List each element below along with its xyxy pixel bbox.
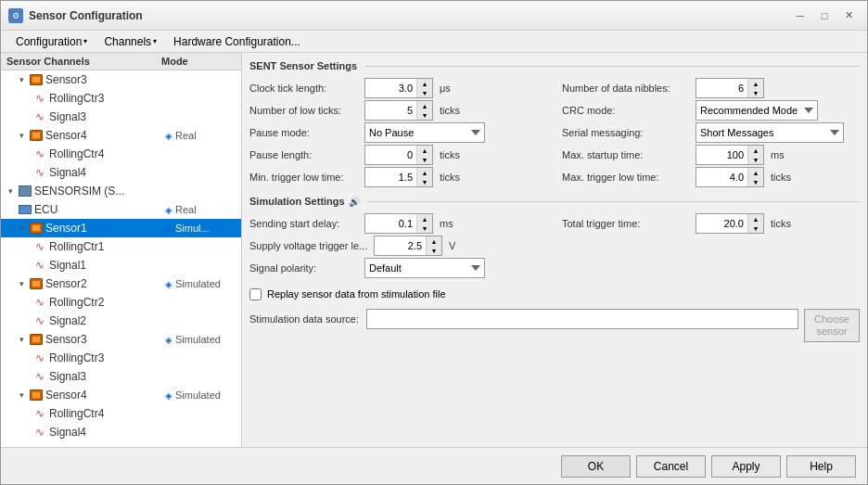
mode-col: ◈ Simulated — [165, 278, 239, 289]
sending-delay-input[interactable] — [365, 214, 416, 233]
data-nibbles-up[interactable]: ▲ — [748, 79, 763, 88]
supply-voltage-spin: ▲ ▼ — [426, 236, 441, 255]
crc-mode-label: CRC mode: — [562, 105, 692, 116]
sensor-icon — [29, 129, 44, 142]
pause-mode-select[interactable]: No Pause Fixed Pause Variable Pause — [364, 122, 485, 143]
clock-tick-unit: μs — [440, 83, 458, 94]
cancel-button[interactable]: Cancel — [636, 455, 706, 478]
sending-delay-up[interactable]: ▲ — [417, 214, 432, 223]
supply-voltage-up[interactable]: ▲ — [427, 236, 441, 246]
stim-source-input[interactable] — [366, 309, 798, 329]
tree-item-rollingctr4-1[interactable]: ∿ RollingCtr4 — [1, 145, 241, 163]
simulation-settings-form: Sending start delay: ▲ ▼ ms — [249, 212, 860, 279]
menu-configuration[interactable]: Configuration ▾ — [8, 33, 95, 50]
total-trigger-input[interactable] — [696, 214, 747, 233]
tree-item-sensor3-1[interactable]: ▾ Sensor3 — [1, 70, 241, 89]
right-panel: SENT Sensor Settings Clock tick length: … — [242, 53, 867, 447]
tree-item-sensor3-2[interactable]: ▾ Sensor3 ◈ Simulated — [1, 330, 241, 349]
min-trigger-unit: ticks — [440, 172, 460, 183]
choose-sensor-button: Choose sensor — [804, 309, 860, 342]
apply-button[interactable]: Apply — [711, 455, 781, 478]
tree-item-rollingctr3-1[interactable]: ∿ RollingCtr3 — [1, 89, 241, 108]
tree-item-signal3-2[interactable]: ∿ Signal3 — [1, 367, 241, 386]
supply-voltage-down[interactable]: ▼ — [427, 246, 441, 255]
clock-tick-down[interactable]: ▼ — [417, 88, 432, 97]
tree-item-sensor1[interactable]: ▾ Sensor1 ◈ Simul... — [1, 219, 241, 237]
tree-item-signal3-1[interactable]: ∿ Signal3 — [1, 108, 241, 126]
tree-item-signal1[interactable]: ∿ Signal1 — [1, 256, 241, 274]
max-startup-up[interactable]: ▲ — [748, 146, 763, 155]
max-startup-down[interactable]: ▼ — [748, 155, 763, 164]
expand-icon: ▾ — [5, 185, 16, 197]
tree-label: SENSORSIM (S... — [34, 185, 165, 198]
tree-item-sensor4-2[interactable]: ▾ Sensor4 ◈ Simulated — [1, 386, 241, 404]
max-trigger-spin: ▲ ▼ — [747, 168, 763, 186]
close-button[interactable]: ✕ — [837, 6, 860, 26]
total-trigger-up[interactable]: ▲ — [748, 214, 763, 223]
help-button[interactable]: Help — [786, 455, 856, 478]
data-nibbles-spin: ▲ ▼ — [747, 79, 763, 97]
sending-delay-down[interactable]: ▼ — [417, 223, 432, 233]
menu-channels[interactable]: Channels ▾ — [96, 33, 164, 50]
max-startup-label: Max. startup time: — [562, 149, 692, 160]
tree-label: Sensor2 — [45, 277, 165, 290]
max-trigger-input[interactable] — [696, 168, 747, 186]
replay-label[interactable]: Replay sensor data from stimulation file — [267, 288, 446, 300]
pause-length-up[interactable]: ▲ — [417, 146, 432, 155]
menu-hardware-configuration[interactable]: Hardware Configuration... — [166, 33, 308, 50]
minimize-button[interactable]: ─ — [789, 6, 811, 26]
data-nibbles-input[interactable] — [696, 79, 747, 97]
serial-messaging-select[interactable]: Short Messages Enhanced Serial Messages — [696, 122, 844, 143]
pause-length-input[interactable] — [365, 146, 416, 164]
tree-item-signal4-2[interactable]: ∿ Signal4 — [1, 423, 241, 441]
supply-voltage-input[interactable] — [375, 236, 426, 255]
chevron-down-icon: ▾ — [153, 37, 157, 45]
sent-settings-section: SENT Sensor Settings Clock tick length: … — [249, 60, 860, 188]
tree-item-rollingctr1[interactable]: ∿ RollingCtr1 — [1, 237, 241, 256]
max-trigger-up[interactable]: ▲ — [748, 168, 763, 177]
tree-item-sensor4-1[interactable]: ▾ Sensor4 ◈ Real — [1, 126, 241, 145]
min-trigger-down[interactable]: ▼ — [417, 177, 432, 186]
max-trigger-label: Max. trigger low time: — [562, 172, 692, 183]
mode-col: ◈ Simulated — [165, 334, 239, 345]
tree-item-signal4-1[interactable]: ∿ Signal4 — [1, 163, 241, 182]
pause-length-spin: ▲ ▼ — [416, 146, 432, 164]
ok-button[interactable]: OK — [561, 455, 631, 478]
window-title: Sensor Configuration — [29, 9, 143, 22]
tree-item-sensor2[interactable]: ▾ Sensor2 ◈ Simulated — [1, 274, 241, 293]
pause-length-down[interactable]: ▼ — [417, 155, 432, 164]
simulation-settings-header: Simulation Settings 🔊 — [249, 196, 860, 207]
sent-left-col: Clock tick length: ▲ ▼ μs — [249, 77, 547, 188]
tree-item-signal2[interactable]: ∿ Signal2 — [1, 312, 241, 330]
min-trigger-input[interactable] — [365, 168, 416, 186]
tree-item-rollingctr4-2[interactable]: ∿ RollingCtr4 — [1, 404, 241, 423]
low-ticks-input[interactable] — [365, 101, 416, 120]
min-trigger-up[interactable]: ▲ — [417, 168, 432, 177]
clock-tick-up[interactable]: ▲ — [417, 79, 432, 88]
sidebar-col-mode: Mode — [161, 56, 236, 67]
sent-settings-header: SENT Sensor Settings — [249, 60, 860, 71]
max-trigger-row: Max. trigger low time: ▲ ▼ ticks — [562, 166, 860, 188]
expand-icon: ▾ — [16, 389, 27, 401]
crc-mode-select[interactable]: Recommended Mode Legacy Mode — [696, 100, 818, 121]
low-ticks-down[interactable]: ▼ — [417, 110, 432, 120]
maximize-button[interactable]: □ — [813, 6, 836, 26]
tree-item-rollingctr2[interactable]: ∿ RollingCtr2 — [1, 293, 241, 312]
tree-item-ecu[interactable]: ECU ◈ Real — [1, 200, 241, 219]
tree-item-sensorsim[interactable]: ▾ SENSORSIM (S... — [1, 182, 241, 200]
tree-item-rollingctr3-2[interactable]: ∿ RollingCtr3 — [1, 349, 241, 367]
low-ticks-up[interactable]: ▲ — [417, 101, 432, 110]
total-trigger-down[interactable]: ▼ — [748, 223, 763, 233]
replay-checkbox[interactable] — [249, 288, 262, 300]
data-nibbles-down[interactable]: ▼ — [748, 88, 763, 97]
max-startup-input[interactable] — [696, 146, 747, 164]
signal-polarity-select[interactable]: Default Inverted — [364, 258, 485, 278]
signal-icon: ∿ — [32, 259, 47, 272]
clock-tick-input[interactable] — [365, 79, 416, 97]
max-trigger-down[interactable]: ▼ — [748, 177, 763, 186]
tree-label: Sensor4 — [45, 389, 165, 402]
min-trigger-label: Min. trigger low time: — [249, 172, 361, 183]
sim-right-col: Total trigger time: ▲ ▼ ticks — [562, 212, 860, 279]
sensor-icon — [29, 333, 44, 346]
stim-source-label: Stimulation data source: — [249, 309, 361, 329]
